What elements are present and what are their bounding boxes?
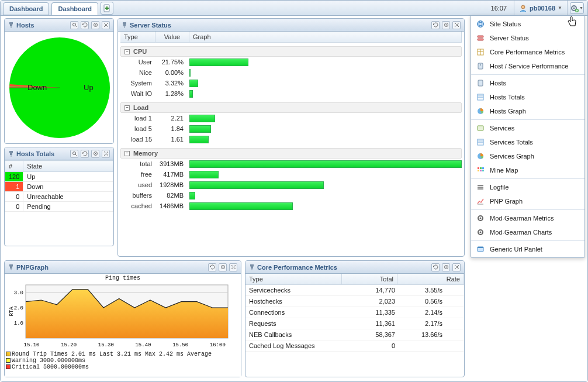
tool-close-icon[interactable] [102,21,110,29]
menu-item[interactable]: Generic Url Panlet [471,242,584,256]
menu-item[interactable]: Hosts Totals [471,90,584,104]
metric-row: Nice0.00% [120,67,462,78]
menu-item[interactable]: Services Totals [471,135,584,149]
svg-text:2.0: 2.0 [14,305,23,311]
menu-item[interactable]: Server Status [471,31,584,45]
tool-search-icon[interactable] [70,150,78,158]
tool-refresh-icon[interactable] [431,263,440,271]
tool-close-icon[interactable] [102,150,110,158]
tool-refresh-icon[interactable] [208,263,216,271]
metric-type: Cached Log Messages [245,342,342,349]
col-type[interactable]: Type [245,274,342,284]
svg-rect-58 [478,39,483,40]
menu-item-label: Mod-Gearman Metrics [490,215,554,222]
metric-type: Hostchecks [245,298,342,305]
metric-total: 11,361 [342,320,397,327]
menu-item[interactable]: Logfile [471,180,584,194]
menu-item-label: Services [490,125,514,132]
section-mem[interactable]: −Memory [120,148,462,159]
count-cell: 0 [5,192,23,202]
menu-item[interactable]: Mod-Gearman Charts [471,225,584,239]
metric-total: 14,770 [342,287,397,294]
tool-refresh-icon[interactable] [81,150,89,158]
pnp-legend: Round Trip Times 2.01 ms Last 3.21 ms Ma… [6,351,240,370]
svg-rect-65 [478,94,483,100]
metric-type: total [120,160,155,167]
settings-menu-button[interactable]: ▼ [570,2,584,14]
user-menu[interactable]: pb00168 ▼ [514,1,568,15]
col-rate[interactable]: Rate [397,274,464,284]
metric-type: free [120,171,155,178]
tool-refresh-icon[interactable] [81,21,89,29]
tab-label: Dashboard [9,5,43,12]
col-type[interactable]: Type [120,32,155,42]
state-cell: Pending [23,202,113,212]
menu-item[interactable]: Host / Service Performance [471,59,584,73]
metric-row: cached1486MB [120,201,462,211]
metric-value: 1486MB [155,202,189,209]
tool-close-icon[interactable] [452,263,461,271]
col-total[interactable]: Total [342,274,397,284]
list-icon [476,92,485,102]
metric-value: 82MB [155,192,189,199]
metric-row: System3.32% [120,78,462,88]
menu-item[interactable]: Hosts [471,76,584,90]
add-tab-button[interactable] [101,2,113,15]
metric-type: User [120,58,155,66]
table-row[interactable]: 1Down [5,182,113,192]
menu-item[interactable]: Site Status [471,17,584,31]
section-cpu[interactable]: −CPU [120,46,462,57]
pin-icon[interactable] [8,264,14,270]
metric-bar [189,181,324,189]
col-graph[interactable]: Graph [189,32,462,42]
col-value[interactable]: Value [155,32,189,42]
menu-item[interactable]: Mine Map [471,163,584,177]
menu-item[interactable]: Mod-Gearman Metrics [471,211,584,225]
svg-text:RTA: RTA [9,307,15,316]
tool-gear-icon[interactable] [442,21,450,29]
tab-dashboard-2[interactable]: Dashboard [51,2,98,15]
add-panel-menu: Site StatusServer StatusCore Performance… [471,15,585,258]
menu-item[interactable]: PNP Graph [471,194,584,208]
menu-item[interactable]: Services [471,121,584,135]
page-add-icon [103,4,111,12]
tool-close-icon[interactable] [229,263,237,271]
svg-point-13 [95,25,96,26]
pin-icon[interactable] [249,264,255,270]
section-title: Memory [133,150,158,157]
pin-icon[interactable] [8,22,14,28]
metric-value: 3.32% [155,80,189,87]
tool-gear-icon[interactable] [91,150,99,158]
metric-bar [189,171,219,178]
menu-item-label: Core Performance Metrics [490,49,565,56]
svg-rect-78 [480,170,482,171]
tool-gear-icon[interactable] [91,21,99,29]
table-row[interactable]: 0Pending [5,202,113,212]
metric-type: Connections [245,309,342,316]
menu-item[interactable]: Hosts Graph [471,104,584,118]
pin-icon[interactable] [122,22,127,28]
tool-search-icon[interactable] [70,21,78,29]
tool-gear-icon[interactable] [219,263,227,271]
table-row[interactable]: 0Unreachable [5,192,113,202]
host2-icon [476,78,485,88]
col-state[interactable]: State [23,161,113,172]
tool-close-icon[interactable] [452,21,461,29]
table-row: NEB Callbacks58,36713.66/s [245,329,464,340]
pin-icon[interactable] [8,151,14,157]
menu-item-label: Server Status [490,35,529,42]
tool-gear-icon[interactable] [442,263,450,271]
svg-rect-64 [478,80,483,86]
menu-item-label: Host / Service Performance [490,63,569,70]
count-cell: 1 [5,182,23,192]
col-count[interactable]: # [5,161,23,172]
tab-dashboard-1[interactable]: Dashboard [3,2,49,15]
tool-refresh-icon[interactable] [431,21,440,29]
server-icon [476,33,485,43]
collapse-icon: − [124,151,130,156]
menu-item[interactable]: Services Graph [471,149,584,163]
menu-item[interactable]: Core Performance Metrics [471,45,584,59]
section-load[interactable]: −Load [120,102,462,113]
state-cell: Down [23,182,113,192]
table-row[interactable]: 120Up [5,172,113,182]
